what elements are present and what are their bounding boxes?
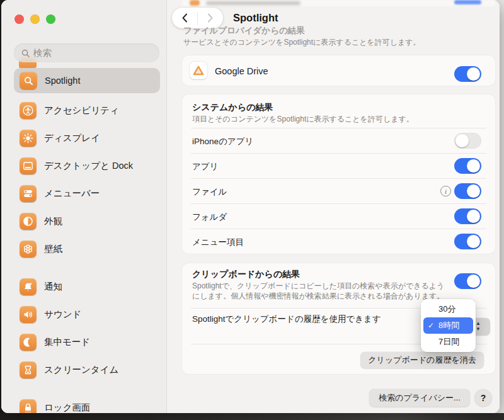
toggle-files[interactable] [454,183,481,199]
section-title-file-providers: ファイルプロバイダからの結果 [183,25,305,37]
sound-icon [20,306,37,323]
google-drive-icon [190,62,207,79]
sidebar-item-label: デスクトップと Dock [44,160,133,172]
system-settings-window: 検索 Spotlight アクセシビリティ ディスプレイ [1,0,500,413]
toggle-iphone-apps[interactable] [454,133,481,149]
sidebar-item-wallpaper[interactable]: 壁紙 [14,235,160,263]
sidebar-item-appearance[interactable]: 外観 [14,207,160,235]
toggle-google-drive[interactable] [454,66,481,82]
scrolled-icon-peek [190,0,200,6]
sidebar-item-label: ディスプレイ [44,132,100,144]
sidebar-item-label: スクリーンタイム [44,364,118,376]
menu-item-7days[interactable]: 7日間 [423,334,473,350]
history-duration-menu: 30分 ✓ 8時間 7日間 [421,299,476,352]
toggle-menu-items[interactable] [454,234,481,249]
chevron-down-icon: ▼ [476,327,481,331]
row-label-menu-items: メニュー項目 [192,237,244,248]
search-privacy-button[interactable]: 検索のプライバシー... [369,389,470,407]
checkmark-icon: ✓ [428,321,434,330]
screen-time-icon [20,361,37,378]
menubar-icon [20,185,37,202]
section-description-file-providers: サービスとそのコンテンツをSpotlightに表示することを許可します。 [183,37,421,48]
sidebar-item-display[interactable]: ディスプレイ [14,124,160,152]
sidebar-item-label: Spotlight [45,76,80,86]
sidebar-item-label: 通知 [44,281,62,293]
info-icon[interactable]: i [440,186,451,196]
separator [191,229,486,229]
separator [191,203,486,204]
sidebar: 検索 Spotlight アクセシビリティ ディスプレイ [1,0,166,413]
sidebar-item-focus[interactable]: 集中モード [14,328,160,356]
toggle-clipboard-results[interactable] [454,273,481,289]
sidebar-item-label: サウンド [44,309,81,321]
row-label-iphone-apps: iPhoneのアプリ [192,136,253,147]
row-label-folders: フォルダ [192,212,227,223]
row-label-files: ファイル [192,186,227,198]
sidebar-item-label: ロック画面 [44,402,91,414]
search-icon [21,49,30,57]
sidebar-item-menu-bar[interactable]: メニューバー [14,179,160,207]
section-description-system-results: 項目とそのコンテンツをSpotlightに表示することを許可します。 [192,114,414,124]
sidebar-item-label: 外観 [44,215,62,227]
row-label-apps: アプリ [192,161,218,173]
desktop-background-bottom [0,413,504,420]
sidebar-item-lock-screen[interactable]: ロック画面 [14,394,160,413]
sidebar-item-accessibility[interactable]: アクセシビリティ [14,96,160,124]
chevron-left-icon [181,13,188,23]
separator [191,153,486,154]
sidebar-item-label: メニューバー [44,188,100,200]
section-title-clipboard: クリップボードからの結果 [192,269,300,280]
help-button[interactable]: ? [474,389,492,407]
sidebar-item-desktop-dock[interactable]: デスクトップと Dock [14,152,160,179]
wallpaper-icon [20,241,37,258]
sidebar-item-screen-time[interactable]: スクリーンタイム [14,356,160,383]
separator [191,178,486,179]
lock-screen-icon [20,399,37,414]
minimize-button[interactable] [30,14,40,24]
toggle-apps[interactable] [454,158,481,174]
accessibility-icon [20,102,37,119]
row-label-clipboard-history: Spotlightでクリップボードの履歴を使用できます [192,313,381,325]
content-pane: Spotlight ファイルプロバイダからの結果 サービスとそのコンテンツをSp… [167,0,500,413]
scrolled-toggle-peek [454,0,481,4]
menu-item-label: 8時間 [438,320,459,331]
sidebar-item-notifications[interactable]: 通知 [14,273,160,300]
search-input[interactable]: 検索 [14,43,159,62]
sidebar-item-spotlight[interactable]: Spotlight [14,68,160,93]
menu-item-8hours[interactable]: ✓ 8時間 [423,317,473,334]
clear-clipboard-history-button[interactable]: クリップボードの履歴を消去 [360,352,484,368]
section-title-system-results: システムからの結果 [192,102,273,113]
sidebar-item-sound[interactable]: サウンド [14,300,160,328]
menu-item-label: 30分 [438,304,455,315]
card-system-results: システムからの結果 項目とそのコンテンツをSpotlightに表示することを許可… [182,94,495,254]
sidebar-item-label: アクセシビリティ [44,105,119,116]
chevron-right-icon [207,13,214,23]
spotlight-icon [20,72,37,89]
search-placeholder: 検索 [33,47,52,59]
sidebar-item-label: 集中モード [44,336,90,348]
row-label-google-drive: Google Drive [215,66,268,76]
notifications-icon [20,278,37,295]
toggle-folders[interactable] [454,208,481,224]
menu-item-label: 7日間 [438,336,459,348]
appearance-icon [20,213,37,230]
display-icon [20,130,37,147]
zoom-button[interactable] [46,14,55,24]
menu-item-30min[interactable]: 30分 [423,301,473,317]
sidebar-item-label: 壁紙 [44,243,62,255]
focus-icon [20,334,37,351]
desktop-dock-icon [20,157,37,174]
close-button[interactable] [14,14,24,24]
separator [191,128,486,128]
page-title: Spotlight [233,12,278,24]
section-description-clipboard: Spotlightで、クリップボードにコピーした項目の検索や表示ができるようにし… [192,281,448,301]
scrolled-text-peek [206,1,301,5]
chevron-up-icon: ▲ [476,321,481,326]
